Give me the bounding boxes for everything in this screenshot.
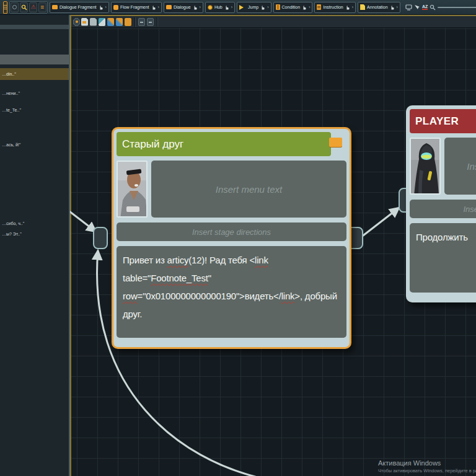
- hand-cursor-icon: [260, 4, 265, 10]
- remove-pin-icon[interactable]: [73, 18, 80, 26]
- player-stage-directions-slot[interactable]: Insert stage directions: [410, 200, 476, 218]
- stage-directions-placeholder: Insert stage directions: [463, 205, 476, 214]
- list-item[interactable]: …din..": [0, 68, 69, 80]
- voiceover-list-panel: …din.." …нени.." …te_Те.." …ась, й!" …си…: [0, 15, 70, 476]
- panel-title-bar[interactable]: [0, 25, 69, 29]
- hand-cursor-icon: [99, 4, 104, 10]
- palette-label: Flow Fragment: [120, 5, 149, 9]
- cut-connection-icon[interactable]: [107, 18, 114, 26]
- align-left-icon[interactable]: [138, 18, 145, 26]
- annotation-icon: [360, 4, 365, 10]
- hand-cursor-icon: [193, 4, 198, 10]
- player-menu-text-slot[interactable]: Insert menu text: [444, 138, 476, 195]
- stage-directions-placeholder: Insert stage directions: [192, 227, 271, 237]
- npc-portrait: [117, 161, 148, 218]
- hub-icon: [208, 5, 213, 10]
- search-icon[interactable]: [20, 2, 28, 12]
- focus-node-icon[interactable]: [125, 18, 131, 26]
- flowbar-separator: [157, 17, 157, 27]
- history-icon[interactable]: [11, 2, 19, 12]
- dialogue-fragment-node-player[interactable]: PLAYER Insert menu text Insert stage dir…: [406, 105, 476, 302]
- palette-jump[interactable]: Jump ›: [237, 2, 271, 13]
- hand-cursor-icon: [151, 4, 156, 10]
- palette-label: Annotation: [367, 5, 387, 9]
- palette-dialogue[interactable]: Dialogue ›: [164, 2, 203, 13]
- menu-text-placeholder: Insert menu text: [467, 161, 476, 172]
- palette-annotation[interactable]: Annotation ›: [358, 2, 400, 13]
- flow-view-toolbar: [71, 16, 476, 28]
- chevron-icon: ›: [200, 5, 201, 9]
- palette-instruction[interactable]: Instruction ›: [314, 2, 356, 13]
- condition-icon: [276, 4, 280, 10]
- hand-cursor-icon: [302, 4, 307, 10]
- list-column-header[interactable]: [0, 55, 69, 64]
- chevron-icon: ›: [352, 5, 353, 9]
- warning-icon[interactable]: ⚠: [29, 2, 37, 12]
- flowbar-separator: [134, 17, 135, 27]
- player-dialogue-line: Продолжить: [416, 232, 468, 242]
- palette-label: Hub: [214, 5, 223, 9]
- jump-icon: [239, 5, 246, 10]
- main-toolbar: ⚠ ≡ Dialogue Fragment › Flow Fragment › …: [0, 0, 476, 15]
- hand-cursor-icon: [390, 4, 395, 10]
- palette-flow-fragment[interactable]: Flow Fragment ›: [111, 2, 162, 13]
- hand-cursor-icon: [224, 4, 229, 10]
- dialogue-fragment-type-icon: [329, 138, 342, 147]
- watermark-title: Активация Windows: [378, 459, 476, 467]
- align-right-icon[interactable]: [147, 18, 154, 26]
- palette-label: Condition: [282, 5, 301, 9]
- flow-fragment-icon: [113, 5, 118, 10]
- palette-label: Dialogue Fragment: [60, 5, 97, 9]
- list-item[interactable]: …ы? Эт..": [0, 228, 69, 240]
- edit-mode-icon[interactable]: [99, 18, 105, 26]
- chevron-icon: ›: [105, 5, 107, 9]
- npc-dialogue-text[interactable]: Привет из articy(12)! Рад тебя <link tab…: [117, 246, 346, 338]
- spellcheck-icon[interactable]: AZ: [422, 2, 428, 12]
- palette-condition[interactable]: Condition ›: [273, 2, 313, 13]
- zoom-control: [430, 4, 476, 11]
- chevron-icon: ›: [309, 5, 310, 9]
- dialogue-fragment-icon: [52, 5, 58, 9]
- laser-pointer-icon[interactable]: [414, 2, 420, 12]
- npc-node-title: Старый друг: [122, 138, 183, 151]
- log-icon[interactable]: ≡: [38, 2, 46, 12]
- chevron-icon: ›: [267, 5, 268, 9]
- watermark-subtitle: Чтобы активировать Windows, перейдите в …: [378, 468, 476, 474]
- list-item[interactable]: …ась, й!": [0, 139, 69, 151]
- vertical-tab[interactable]: [3, 1, 7, 14]
- npc-node-header[interactable]: Старый друг: [117, 132, 331, 156]
- highlight-connections-icon[interactable]: [116, 18, 123, 26]
- instruction-icon: [317, 4, 321, 10]
- zoom-magnifier-icon: [430, 4, 436, 11]
- npc-menu-text-slot[interactable]: Insert menu text: [151, 161, 346, 218]
- player-node-header[interactable]: PLAYER: [410, 109, 476, 133]
- windows-activation-watermark: Активация Windows Чтобы активировать Win…: [378, 459, 476, 474]
- chevron-icon: ›: [397, 5, 398, 9]
- presentation-mode-icon[interactable]: [405, 2, 412, 12]
- dialogue-icon: [166, 5, 172, 9]
- npc-input-pin[interactable]: [93, 227, 108, 249]
- palette-hub[interactable]: Hub ›: [205, 2, 235, 13]
- palette-label: Jump: [248, 5, 258, 9]
- player-dialogue-text[interactable]: Продолжить: [410, 223, 476, 293]
- palette-label: Instruction: [323, 5, 343, 9]
- hand-cursor-icon: [345, 4, 350, 10]
- copy-view-icon[interactable]: [90, 18, 97, 26]
- chevron-icon: ›: [158, 5, 159, 9]
- palette-label: Dialogue: [174, 5, 191, 9]
- palette-dialogue-fragment[interactable]: Dialogue Fragment ›: [50, 2, 109, 13]
- dialogue-fragment-node-npc[interactable]: Старый друг Insert menu text Insert stag…: [112, 127, 351, 349]
- list-item[interactable]: …нени..": [0, 87, 69, 99]
- panel-divider[interactable]: [69, 15, 70, 476]
- npc-stage-directions-slot[interactable]: Insert stage directions: [117, 223, 346, 241]
- zoom-slider-track[interactable]: [438, 7, 476, 8]
- player-node-title: PLAYER: [415, 115, 459, 128]
- snapshot-icon[interactable]: [81, 18, 88, 26]
- menu-text-placeholder: Insert menu text: [216, 184, 283, 195]
- list-item[interactable]: …te_Те..": [0, 104, 69, 116]
- player-portrait: [410, 138, 441, 195]
- status-icon-group: ⚠ ≡: [9, 1, 48, 14]
- chevron-icon: ›: [231, 5, 232, 9]
